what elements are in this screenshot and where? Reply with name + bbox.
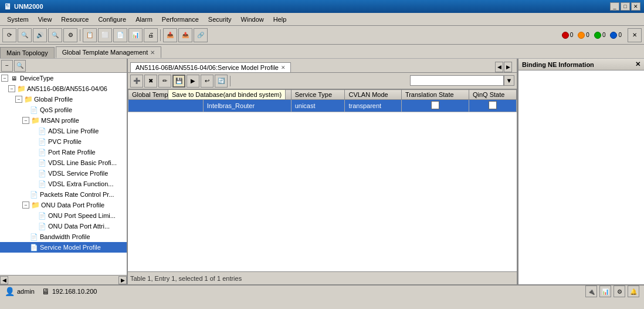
menu-alarm[interactable]: Alarm xyxy=(131,15,157,24)
menu-bar: System View Resource Configure Alarm Per… xyxy=(0,13,644,26)
expand-msan[interactable]: − xyxy=(22,117,29,124)
tree-search-btn[interactable]: 🔍 xyxy=(14,60,26,72)
tb-btn-8[interactable]: 📄 xyxy=(113,28,127,42)
add-button[interactable]: ➕ xyxy=(130,75,143,88)
tree-item-an5116[interactable]: − 📁 AN5116-06B/AN5516-04/06 xyxy=(0,83,127,94)
col-header-service-type[interactable]: Service Type xyxy=(291,90,345,100)
menu-configure[interactable]: Configure xyxy=(93,15,131,24)
content-tab-service-model[interactable]: AN5116-06B/AN5516-04/06:Service Model Pr… xyxy=(130,62,291,72)
status-btn-2[interactable]: 📊 xyxy=(599,286,611,297)
status-btn-4[interactable]: 🔔 xyxy=(628,286,639,297)
tree-item-packets-rate[interactable]: 📄 Packets Rate Control Pr... xyxy=(0,189,127,200)
qinq-checkbox[interactable] xyxy=(489,101,497,109)
table-status-bar: Table 1, Entry 1, selected 1 of 1 entrie… xyxy=(128,271,517,284)
tree-item-adsl[interactable]: 📄 ADSL Line Profile xyxy=(0,126,127,136)
tb-btn-12[interactable]: 📤 xyxy=(178,28,192,42)
tree-item-onu-data[interactable]: − 📁 ONU Data Port Profile xyxy=(0,200,127,210)
tb-btn-6[interactable]: 📋 xyxy=(83,28,97,42)
expand-onu-data[interactable]: − xyxy=(22,201,29,209)
tree-item-onu-data-attri[interactable]: 📄 ONU Data Port Attri... xyxy=(0,221,127,231)
col-header-qinq[interactable]: QinQ State xyxy=(469,90,516,100)
menu-performance[interactable]: Performance xyxy=(157,15,204,24)
tb-btn-13[interactable]: 🔗 xyxy=(194,28,208,42)
col-header-name[interactable]: Global Template Name xyxy=(203,90,291,100)
cancel-button[interactable]: ↩ xyxy=(201,75,213,88)
status-orange xyxy=(578,32,585,39)
tree-item-service-model[interactable]: 📄 Service Model Profile xyxy=(0,242,127,253)
status-btn-3[interactable]: ⚙ xyxy=(614,286,625,297)
search-btn[interactable]: ▼ xyxy=(504,75,514,86)
tb-btn-1[interactable]: ⟳ xyxy=(2,28,16,42)
tb-btn-5[interactable]: ⚙ xyxy=(63,28,77,42)
tab-main-topology[interactable]: Main Topology xyxy=(0,47,55,58)
tree-collapse-btn[interactable]: − xyxy=(1,60,13,72)
refresh-button[interactable]: 🔄 xyxy=(215,75,228,88)
tb-btn-close[interactable]: ✕ xyxy=(628,28,642,42)
tree-item-vdsl-service[interactable]: 📄 VDSL Service Profile xyxy=(0,168,127,179)
tb-btn-10[interactable]: 🖨 xyxy=(144,28,158,42)
status-btn-1[interactable]: 🔌 xyxy=(585,286,597,297)
tb-btn-11[interactable]: 📥 xyxy=(163,28,177,42)
maximize-button[interactable]: □ xyxy=(621,2,630,11)
tree-item-port-rate[interactable]: 📄 Port Rate Profile xyxy=(0,147,127,157)
tab-close-icon[interactable]: ✕ xyxy=(150,49,155,56)
search-area: ▼ xyxy=(410,75,514,86)
col-header-id[interactable]: Global Template ID xyxy=(128,90,204,100)
tree-item-onu-port-speed[interactable]: 📄 ONU Port Speed Limi... xyxy=(0,210,127,221)
tabs-row: Main Topology Global Template Management… xyxy=(0,45,644,59)
menu-security[interactable]: Security xyxy=(204,15,236,24)
username: admin xyxy=(17,288,35,295)
main-toolbar: ⟳ 🔍 🔊 🔍 ⚙ 📋 ⬜ 📄 📊 🖨 📥 📤 🔗 0 0 0 0 ✕ xyxy=(0,26,644,45)
expand-global-profile[interactable]: − xyxy=(15,96,22,103)
apply-button[interactable]: ▶ xyxy=(187,75,199,88)
tree-item-vdsl-basic[interactable]: 📄 VDSL Line Basic Profi... xyxy=(0,157,127,168)
tb-btn-2[interactable]: 🔍 xyxy=(18,28,32,42)
delete-button[interactable]: ✖ xyxy=(144,75,157,88)
content-tab-close[interactable]: ✕ xyxy=(281,65,286,70)
menu-window[interactable]: Window xyxy=(236,15,269,24)
translation-checkbox[interactable] xyxy=(431,101,439,109)
status-blue xyxy=(610,32,617,39)
folder-icon-an5116: 📁 xyxy=(16,84,26,93)
save-db-button[interactable]: 💾 xyxy=(172,75,185,88)
tree-item-bandwidth[interactable]: 📄 Bandwidth Profile xyxy=(0,231,127,242)
tb-btn-3[interactable]: 🔊 xyxy=(33,28,47,42)
right-panel-close[interactable]: ✕ xyxy=(635,61,640,68)
tree-item-vdsl-extra[interactable]: 📄 VDSL Extra Function... xyxy=(0,179,127,189)
tree-item-pvc[interactable]: 📄 PVC Profile xyxy=(0,136,127,147)
scroll-left-btn[interactable]: ◀ xyxy=(0,276,8,284)
tb-btn-7[interactable]: ⬜ xyxy=(98,28,112,42)
col-header-cvlan[interactable]: CVLAN Mode xyxy=(345,90,401,100)
tree-item-msan[interactable]: − 📁 MSAN profile xyxy=(0,115,127,126)
edit-button[interactable]: ✏ xyxy=(158,75,171,88)
tree-label-msan: MSAN profile xyxy=(41,117,79,124)
table-row[interactable]: Intelbras_Router unicast transparent xyxy=(128,100,517,112)
ip-address: 192.168.10.200 xyxy=(52,288,97,295)
col-header-translation[interactable]: Translation State xyxy=(401,90,469,100)
search-input[interactable] xyxy=(410,75,504,86)
tree-label-global-profile: Global Profile xyxy=(34,96,73,103)
menu-resource[interactable]: Resource xyxy=(56,15,93,24)
cell-name: Intelbras_Router xyxy=(203,100,291,112)
scroll-right-btn[interactable]: ▶ xyxy=(118,276,127,284)
computer-icon: 🖥 xyxy=(9,73,19,83)
tb-btn-9[interactable]: 📊 xyxy=(128,28,143,42)
menu-view[interactable]: View xyxy=(33,15,57,24)
right-panel: Binding NE Information ✕ xyxy=(518,59,644,284)
tree-item-qos[interactable]: 📄 QoS profile xyxy=(0,105,127,115)
window-controls[interactable]: _ □ ✕ xyxy=(610,2,640,11)
folder-icon-global: 📁 xyxy=(23,95,33,104)
tree-item-devicetype[interactable]: − 🖥 DeviceType xyxy=(0,73,127,83)
tab-nav-right[interactable]: ▶ xyxy=(504,62,512,72)
tb-btn-4[interactable]: 🔍 xyxy=(48,28,62,42)
tab-nav-left[interactable]: ◀ xyxy=(495,62,503,72)
expand-an5116[interactable]: − xyxy=(8,85,15,92)
minimize-button[interactable]: _ xyxy=(610,2,619,11)
tree-scrollbar-h[interactable]: ◀ ▶ xyxy=(0,275,127,284)
tab-global-template[interactable]: Global Template Management ✕ xyxy=(56,46,162,58)
tree-item-global-profile[interactable]: − 📁 Global Profile xyxy=(0,94,127,105)
menu-help[interactable]: Help xyxy=(269,15,292,24)
close-button[interactable]: ✕ xyxy=(631,2,640,11)
menu-system[interactable]: System xyxy=(2,15,33,24)
expand-devicetype[interactable]: − xyxy=(1,75,8,82)
